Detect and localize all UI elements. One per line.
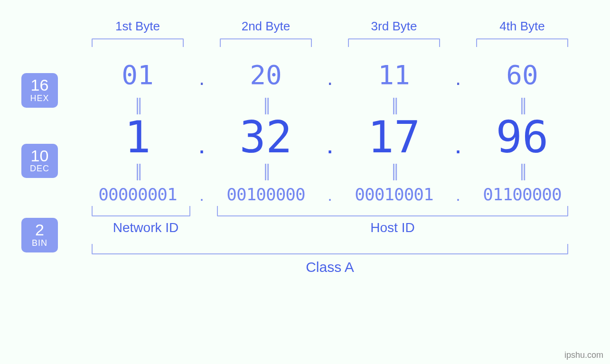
class-bracket	[92, 244, 568, 254]
badge-bin: 2 BIN	[21, 218, 58, 252]
dec-byte-4: 96	[496, 112, 549, 163]
bin-byte-1: 00000001	[98, 185, 177, 204]
badge-dec-label: DEC	[30, 164, 49, 173]
badge-dec: 10 DEC	[21, 144, 58, 178]
byte-header-1: 1st Byte	[83, 19, 192, 34]
bin-byte-3: 00010001	[355, 185, 433, 204]
badge-hex-label: HEX	[30, 94, 49, 103]
hex-dot-2: .	[327, 66, 333, 89]
watermark: ipshu.com	[564, 350, 603, 360]
host-id-bracket	[217, 206, 568, 216]
hex-byte-4: 60	[506, 59, 538, 90]
badge-bin-label: BIN	[30, 239, 49, 248]
eq-row-2: || || || ||	[83, 161, 577, 181]
equals-1b: ||	[263, 95, 269, 114]
bin-dot-2: .	[328, 186, 332, 204]
hex-byte-2: 20	[250, 59, 282, 90]
bin-row: 00000001 . 00100000 . 00010001 . 0110000…	[83, 185, 577, 204]
dec-byte-2: 32	[240, 112, 292, 163]
network-id-label: Network ID	[83, 220, 208, 235]
dec-row: 1 . 32 . 17 . 96	[83, 112, 577, 163]
host-id-label: Host ID	[208, 220, 577, 235]
badge-hex-num: 16	[30, 77, 49, 94]
equals-2a: ||	[135, 161, 141, 180]
top-bracket-3	[348, 38, 440, 47]
dec-byte-1: 1	[124, 112, 150, 163]
badge-bin-num: 2	[30, 222, 49, 239]
byte-header-4: 4th Byte	[468, 19, 577, 34]
badge-dec-num: 10	[30, 148, 49, 165]
equals-1d: ||	[520, 95, 525, 114]
hex-row: 01 . 20 . 11 . 60	[83, 59, 577, 90]
equals-2c: ||	[392, 161, 397, 180]
equals-1a: ||	[135, 95, 141, 114]
hex-byte-1: 01	[122, 59, 153, 90]
byte-grid: 1st Byte 2nd Byte 3rd Byte 4th Byte 01 .…	[83, 19, 577, 275]
equals-1c: ||	[392, 95, 397, 114]
top-bracket-4	[476, 38, 568, 47]
diagram-container: 16 HEX 10 DEC 2 BIN 1st Byte 2nd Byte 3r…	[0, 0, 610, 364]
equals-2b: ||	[263, 161, 269, 180]
hex-dot-1: .	[199, 66, 205, 89]
id-labels: Network ID Host ID	[83, 220, 577, 235]
network-id-bracket	[92, 206, 190, 216]
top-bracket-2	[220, 38, 312, 47]
bin-byte-2: 00100000	[226, 185, 305, 204]
top-bracket-1	[92, 38, 184, 47]
dec-byte-3: 17	[368, 112, 421, 163]
hex-byte-3: 11	[378, 59, 410, 90]
dec-dot-3: .	[454, 129, 462, 159]
hex-dot-3: .	[455, 66, 461, 89]
byte-header-3: 3rd Byte	[339, 19, 449, 34]
equals-2d: ||	[520, 161, 525, 180]
base-badges: 16 HEX 10 DEC 2 BIN	[21, 73, 58, 289]
bin-dot-3: .	[456, 186, 460, 204]
bin-dot-1: .	[199, 186, 204, 204]
dec-dot-1: .	[198, 129, 206, 159]
bin-byte-4: 01100000	[483, 185, 561, 204]
id-brackets	[83, 206, 577, 216]
byte-header-2: 2nd Byte	[211, 19, 320, 34]
dec-dot-2: .	[326, 129, 334, 159]
header-row: 1st Byte 2nd Byte 3rd Byte 4th Byte	[83, 19, 577, 47]
badge-hex: 16 HEX	[21, 73, 58, 108]
class-label: Class A	[83, 259, 577, 275]
